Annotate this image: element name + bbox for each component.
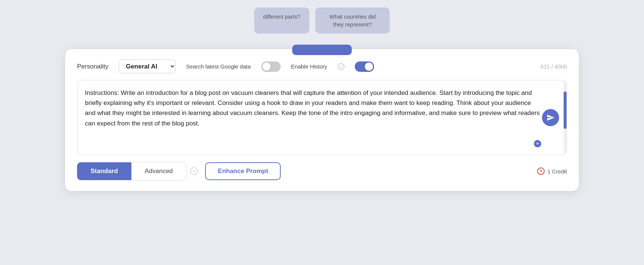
advanced-button[interactable]: Advanced xyxy=(131,162,187,181)
enable-history-toggle[interactable] xyxy=(355,61,374,72)
enable-history-label: Enable History xyxy=(291,63,328,70)
standard-button[interactable]: Standard xyxy=(77,162,131,180)
google-search-toggle-knob xyxy=(262,63,271,71)
credit-icon xyxy=(537,167,545,175)
textarea-wrapper: + xyxy=(77,80,567,155)
personality-label: Personality xyxy=(77,63,108,70)
google-search-label: Search latest Google data xyxy=(186,63,251,70)
generate-top-button[interactable] xyxy=(292,45,352,55)
suggestion-card-2-text: What countries did they represent? xyxy=(329,13,376,28)
bottom-toolbar: Standard Advanced i Enhance Prompt 1 Cre… xyxy=(77,162,567,181)
google-search-toggle[interactable] xyxy=(261,61,281,72)
enhance-prompt-button[interactable]: Enhance Prompt xyxy=(205,162,281,180)
scrollbar-thumb xyxy=(564,92,567,129)
enable-history-info-icon[interactable]: i xyxy=(338,63,344,70)
char-count: 611 / 4000 xyxy=(541,63,567,70)
advanced-info-icon[interactable]: i xyxy=(190,167,198,175)
prompt-textarea[interactable] xyxy=(77,80,564,155)
suggestion-card-1-text: different parts? xyxy=(263,13,300,20)
enable-history-toggle-knob xyxy=(365,63,373,71)
credit-info: 1 Credit xyxy=(537,167,567,175)
send-icon xyxy=(546,114,555,122)
personality-select[interactable]: General AI Professional Casual Creative xyxy=(119,60,176,73)
scrollbar-track[interactable] xyxy=(564,80,567,155)
plus-icon[interactable]: + xyxy=(534,140,541,147)
main-panel: Personality General AI Professional Casu… xyxy=(65,49,579,191)
credit-label: 1 Credit xyxy=(547,168,567,175)
send-button[interactable] xyxy=(542,109,559,126)
toolbar-row: Personality General AI Professional Casu… xyxy=(77,60,567,73)
suggestion-card-2[interactable]: What countries did they represent? xyxy=(315,7,390,33)
suggestion-card-1[interactable]: different parts? xyxy=(254,7,309,33)
